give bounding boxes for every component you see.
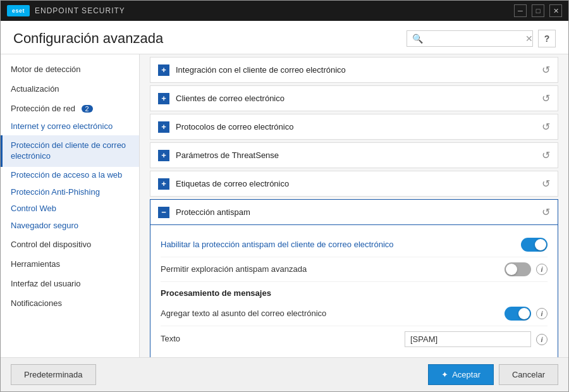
section-integracion-reset[interactable]: ↺: [542, 64, 550, 76]
accept-button[interactable]: ✦ Aceptar: [428, 364, 494, 385]
section-parametros-reset[interactable]: ↺: [542, 149, 550, 161]
proteccion-red-badge: 2: [82, 105, 93, 113]
search-input[interactable]: [427, 34, 522, 44]
main-window: eset ENDPOINT SECURITY ─ □ ✕ Configuraci…: [0, 0, 569, 392]
sidebar-item-herramientas[interactable]: Herramientas: [1, 254, 139, 274]
section-parametros-title: Parámetros de ThreatSense: [176, 150, 542, 160]
sidebar-item-interfaz-usuario[interactable]: Interfaz del usuario: [1, 274, 139, 293]
toggle-habilitar[interactable]: [521, 238, 548, 252]
setting-habilitar-label: Habilitar la protección antispam del cli…: [161, 240, 521, 250]
footer: Predeterminada ✦ Aceptar Cancelar: [1, 357, 568, 391]
titlebar-left: eset ENDPOINT SECURITY: [7, 5, 125, 16]
subsection-procesamiento: Procesamiento de mensajes: [161, 282, 548, 302]
sidebar-item-anti-phishing[interactable]: Protección Anti-Phishing: [1, 184, 139, 201]
section-antispam-title: Protección antispam: [176, 207, 542, 217]
sidebar-item-motor[interactable]: Motor de detección: [1, 59, 139, 79]
maximize-button[interactable]: □: [532, 4, 544, 17]
search-box[interactable]: 🔍 ✕: [407, 30, 533, 47]
info-icon-permitir[interactable]: i: [536, 264, 548, 275]
titlebar-controls: ─ □ ✕: [514, 4, 562, 17]
sidebar-item-proteccion-cliente[interactable]: Protección del cliente de correo electró…: [1, 135, 139, 167]
section-expand-icon: +: [158, 150, 169, 161]
section-antispam[interactable]: − Protección antispam ↺: [150, 199, 558, 225]
setting-row-permitir: Permitir exploración antispam avanzada i: [161, 257, 548, 282]
titlebar: eset ENDPOINT SECURITY ─ □ ✕: [1, 1, 568, 21]
section-expand-icon: +: [158, 64, 169, 76]
setting-row-agregar: Agregar texto al asunto del correo elect…: [161, 302, 548, 326]
setting-agregar-controls: i: [505, 307, 548, 321]
header-controls: 🔍 ✕ ?: [407, 30, 556, 47]
section-protocolos-title: Protocolos de correo electrónico: [176, 122, 542, 132]
sidebar: Motor de detección Actualización Protecc…: [1, 54, 140, 357]
setting-row-texto: Texto i: [161, 326, 548, 352]
eset-logo: eset: [7, 5, 30, 16]
sub-items: Internet y correo electrónico Protección…: [1, 118, 139, 235]
sidebar-item-proteccion-acceso[interactable]: Protección de acceso a la web: [1, 167, 139, 184]
minimize-button[interactable]: ─: [514, 4, 527, 17]
section-integracion[interactable]: + Integración con el cliente de correo e…: [150, 57, 558, 83]
accept-icon: ✦: [441, 370, 448, 379]
section-clientes-reset[interactable]: ↺: [542, 92, 550, 104]
proteccion-red-label: Protección de red: [11, 104, 75, 113]
sidebar-item-proteccion-red[interactable]: Protección de red 2: [1, 99, 139, 118]
sidebar-item-internet-correo[interactable]: Internet y correo electrónico: [1, 118, 139, 135]
accept-label: Aceptar: [452, 370, 480, 379]
setting-texto-controls: i: [405, 331, 548, 347]
setting-row-habilitar: Habilitar la protección antispam del cli…: [161, 233, 548, 257]
section-antispam-reset[interactable]: ↺: [542, 206, 550, 218]
page-title: Configuración avanzada: [13, 30, 163, 47]
section-clientes[interactable]: + Clientes de correo electrónico ↺: [150, 85, 558, 111]
toggle-agregar[interactable]: [505, 307, 531, 321]
setting-permitir-controls: i: [505, 262, 548, 276]
sidebar-item-actualizacion[interactable]: Actualización: [1, 79, 139, 99]
search-icon: 🔍: [412, 34, 423, 44]
section-collapse-icon: −: [158, 207, 169, 218]
sidebar-item-notificaciones[interactable]: Notificaciones: [1, 293, 139, 313]
close-button[interactable]: ✕: [549, 4, 562, 17]
footer-right: ✦ Aceptar Cancelar: [428, 364, 558, 385]
search-clear-icon[interactable]: ✕: [525, 34, 533, 44]
sidebar-item-navegador-seguro[interactable]: Navegador seguro: [1, 217, 139, 235]
sidebar-item-control-dispositivo[interactable]: Control del dispositivo: [1, 235, 139, 254]
cancel-button[interactable]: Cancelar: [499, 364, 558, 385]
default-button[interactable]: Predeterminada: [11, 364, 96, 385]
header: Configuración avanzada 🔍 ✕ ?: [1, 21, 568, 54]
section-protocolos-reset[interactable]: ↺: [542, 121, 550, 133]
section-etiquetas-reset[interactable]: ↺: [542, 178, 550, 190]
texto-input[interactable]: [405, 331, 531, 347]
section-expand-icon: +: [158, 121, 169, 133]
section-integracion-title: Integración con el cliente de correo ele…: [176, 65, 542, 75]
content-area: Motor de detección Actualización Protecc…: [1, 54, 568, 357]
section-clientes-title: Clientes de correo electrónico: [176, 94, 542, 103]
section-parametros[interactable]: + Parámetros de ThreatSense ↺: [150, 142, 558, 168]
setting-permitir-label: Permitir exploración antispam avanzada: [161, 264, 505, 275]
setting-agregar-label: Agregar texto al asunto del correo elect…: [161, 309, 505, 319]
section-etiquetas[interactable]: + Etiquetas de correo electrónico ↺: [150, 171, 558, 197]
toggle-permitir[interactable]: [505, 262, 531, 276]
section-expand-icon: +: [158, 178, 169, 190]
setting-habilitar-controls: [521, 238, 548, 252]
help-button[interactable]: ?: [538, 30, 556, 47]
app-title: ENDPOINT SECURITY: [35, 6, 125, 15]
info-icon-agregar[interactable]: i: [536, 308, 548, 319]
sidebar-item-control-web[interactable]: Control Web: [1, 200, 139, 217]
antispam-content: Habilitar la protección antispam del cli…: [150, 225, 558, 357]
setting-texto-label: Texto: [161, 334, 405, 345]
section-expand-icon: +: [158, 93, 169, 104]
main-panel: + Integración con el cliente de correo e…: [140, 54, 568, 357]
section-etiquetas-title: Etiquetas de correo electrónico: [176, 179, 542, 188]
info-icon-texto[interactable]: i: [536, 334, 548, 345]
section-protocolos[interactable]: + Protocolos de correo electrónico ↺: [150, 114, 558, 140]
